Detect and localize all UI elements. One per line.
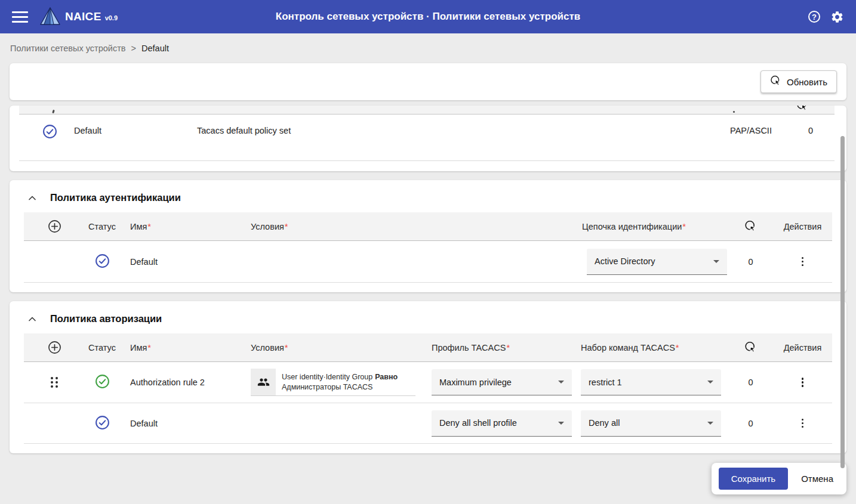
column-header-conditions: Условия* [250, 222, 576, 231]
policy-set-protocols: PAP/ASCII [715, 124, 787, 135]
top-bar-actions: ? [808, 10, 844, 24]
kebab-menu-icon[interactable] [798, 254, 808, 270]
rule-name: Default [119, 257, 250, 267]
chevron-up-icon[interactable] [27, 193, 38, 202]
authentication-rule-row[interactable]: Default Active Directory 0 [24, 241, 832, 283]
authentication-section-header: Политика аутентификации [10, 180, 846, 211]
status-cell [19, 124, 74, 141]
authorization-table-header: Статус Имя* Условия* Профиль TACACS* Наб… [24, 333, 832, 362]
column-header-name: Имя* [119, 222, 250, 231]
tacacs-profile-select[interactable]: Deny all shell profile [432, 410, 572, 437]
column-header-name: Имя* [119, 343, 250, 353]
tacacs-command-set-value: Deny all [589, 418, 620, 428]
footer-action-bar: Сохранить Отмена [712, 463, 846, 494]
hit-counter-icon [770, 75, 781, 88]
column-header-conditions: Условия* [250, 343, 432, 353]
column-header-status: Статус [85, 343, 119, 353]
identity-group-people-icon [251, 369, 276, 395]
breadcrumb-current: Default [141, 44, 169, 53]
app-brand: NAICE v0.9 [40, 7, 118, 27]
rule-hits: 0 [728, 257, 773, 267]
breadcrumb: Политики сетевых устройств > Default [0, 33, 856, 63]
chevron-up-icon[interactable] [27, 314, 38, 323]
tacacs-command-set-select[interactable]: restrict 1 [581, 369, 721, 395]
chevron-down-icon [707, 381, 713, 384]
chevron-down-icon [713, 260, 719, 263]
clipped-header-fragment [733, 111, 735, 113]
condition-operator: Равно [375, 373, 398, 381]
breadcrumb-parent-link[interactable]: Политики сетевых устройств [10, 44, 126, 53]
help-icon[interactable]: ? [808, 11, 820, 23]
column-header-tacacs-profile: Профиль TACACS* [432, 343, 581, 353]
authorization-table: Статус Имя* Условия* Профиль TACACS* Наб… [24, 333, 832, 444]
status-cell [85, 415, 119, 432]
page-title: Контроль сетевых устройств · Политики се… [0, 11, 856, 23]
hit-counter-icon [728, 220, 773, 233]
refresh-button[interactable]: Обновить [760, 70, 837, 93]
tacacs-command-set-select[interactable]: Deny all [581, 410, 721, 437]
section-title: Политика аутентификации [50, 192, 181, 203]
tacacs-profile-value: Deny all shell profile [439, 418, 517, 428]
add-rule-button[interactable] [24, 219, 85, 233]
check-circle-icon [95, 374, 110, 391]
chevron-down-icon [558, 381, 564, 384]
kebab-menu-icon[interactable] [798, 416, 808, 431]
check-circle-icon [42, 124, 57, 141]
refresh-button-label: Обновить [787, 77, 827, 87]
chevron-down-icon [707, 422, 713, 425]
rule-name: Default [119, 419, 250, 428]
clipped-table-header [19, 106, 835, 115]
column-header-identity-chain: Цепочка идентификации* [576, 222, 728, 231]
rule-hits: 0 [728, 378, 773, 387]
authentication-table-header: Статус Имя* Условия* Цепочка идентификац… [24, 212, 832, 241]
toolbar-card: Обновить [10, 63, 846, 100]
check-circle-icon [95, 415, 110, 432]
tacacs-command-set-value: restrict 1 [589, 378, 622, 387]
vertical-scrollbar-thumb[interactable] [840, 136, 845, 468]
rule-hits: 0 [728, 419, 773, 428]
app-name: NAICE [65, 10, 101, 23]
authentication-table: Статус Имя* Условия* Цепочка идентификац… [24, 212, 832, 283]
section-title: Политика авторизации [50, 313, 162, 324]
clipped-header-fragment [52, 110, 55, 114]
tacacs-profile-select[interactable]: Maximum privilege [432, 369, 572, 395]
policy-set-name: Default [74, 124, 197, 135]
status-cell [85, 253, 119, 270]
gear-icon[interactable] [830, 10, 844, 24]
policy-set-hits: 0 [787, 124, 835, 135]
check-circle-icon [95, 253, 110, 270]
hit-counter-icon [796, 106, 808, 113]
policy-set-table-card: Default Tacacs default policy set PAP/AS… [10, 106, 846, 171]
identity-chain-select[interactable]: Active Directory [587, 249, 727, 275]
column-header-actions: Действия [773, 343, 832, 353]
breadcrumb-separator: > [131, 44, 136, 53]
column-header-tacacs-command-set: Набор команд TACACS* [581, 343, 728, 353]
save-button[interactable]: Сохранить [719, 468, 789, 490]
condition-chip[interactable]: User identity·Identity GroupРавноАдминис… [251, 369, 415, 396]
authorization-rule-row[interactable]: Authorization rule 2 User identity·Ident… [24, 362, 832, 403]
add-rule-button[interactable] [24, 341, 85, 354]
column-header-actions: Действия [773, 222, 832, 231]
identity-chain-value: Active Directory [595, 256, 655, 266]
condition-value: Администраторы TACACS [282, 382, 409, 392]
condition-attribute: User identity·Identity Group [282, 373, 372, 381]
drag-handle-icon[interactable] [48, 375, 60, 390]
authorization-section-header: Политика авторизации [10, 301, 846, 332]
cancel-button[interactable]: Отмена [794, 468, 840, 490]
kebab-menu-icon[interactable] [798, 375, 808, 390]
chevron-down-icon [558, 422, 564, 425]
tacacs-profile-value: Maximum privilege [439, 378, 512, 387]
policy-set-row[interactable]: Default Tacacs default policy set PAP/AS… [19, 115, 835, 161]
rule-name: Authorization rule 2 [119, 378, 250, 387]
hit-counter-icon [728, 341, 773, 354]
column-header-status: Статус [85, 222, 119, 231]
top-bar: NAICE v0.9 Контроль сетевых устройств · … [0, 0, 856, 33]
authorization-rule-row[interactable]: Default Deny all shell profile Deny all … [24, 403, 832, 444]
policy-set-description: Tacacs default policy set [197, 124, 715, 135]
condition-text: User identity·Identity GroupРавноАдминис… [276, 369, 415, 395]
hamburger-menu-icon[interactable] [12, 11, 28, 23]
authentication-policy-card: Политика аутентификации Статус Имя* Усло… [10, 180, 846, 292]
app-logo-icon [40, 7, 60, 27]
authorization-policy-card: Политика авторизации Статус Имя* Условия… [10, 301, 846, 453]
app-version: v0.9 [105, 14, 118, 21]
